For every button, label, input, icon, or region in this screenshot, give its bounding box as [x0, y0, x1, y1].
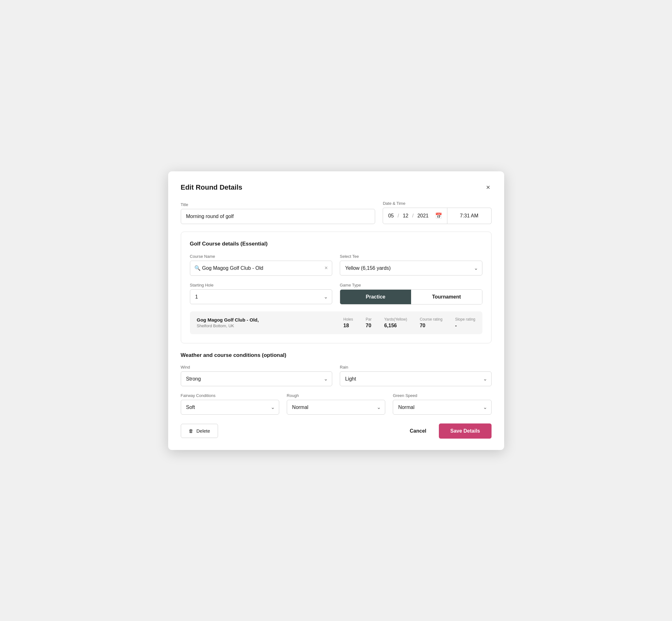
time-input[interactable]: 7:31 AM [447, 208, 492, 224]
yards-label: Yards(Yellow) [384, 317, 407, 322]
golf-course-title: Golf Course details (Essential) [190, 241, 482, 247]
fairway-label: Fairway Conditions [181, 393, 279, 398]
weather-section: Weather and course conditions (optional)… [181, 352, 492, 415]
course-name-label: Course Name [190, 254, 333, 259]
course-info-name: Gog Magog Golf Club - Old, Shelford Bott… [197, 317, 344, 328]
hole-gametype-row: Starting Hole 1234 5678 910 ⌄ Game Type … [190, 283, 482, 304]
course-stats: Holes 18 Par 70 Yards(Yellow) 6,156 Cour… [343, 317, 475, 329]
green-speed-field-group: Green Speed SlowNormalFastVery Fast ⌄ [393, 393, 491, 415]
starting-hole-wrapper: 1234 5678 910 ⌄ [190, 289, 333, 304]
wind-field-group: Wind CalmLightModerate StrongVery Strong… [181, 365, 333, 386]
date-input[interactable]: 05 / 12 / 2021 📅 [383, 208, 447, 224]
stat-yards: Yards(Yellow) 6,156 [384, 317, 407, 329]
rain-label: Rain [340, 365, 492, 370]
cancel-button[interactable]: Cancel [404, 424, 432, 438]
top-fields-row: Title Date & Time 05 / 12 / 2021 📅 7:31 … [181, 201, 492, 224]
modal-title: Edit Round Details [181, 183, 243, 192]
sep2: / [412, 213, 413, 219]
green-speed-label: Green Speed [393, 393, 491, 398]
holes-label: Holes [343, 317, 353, 322]
delete-button[interactable]: 🗑 Delete [181, 424, 218, 438]
modal-header: Edit Round Details × [181, 183, 492, 192]
select-tee-wrapper: Yellow (6,156 yards) White Red Blue ⌄ [340, 261, 482, 276]
wind-dropdown[interactable]: CalmLightModerate StrongVery Strong [181, 371, 333, 386]
stat-course-rating: Course rating 70 [420, 317, 442, 329]
select-tee-field-group: Select Tee Yellow (6,156 yards) White Re… [340, 254, 482, 276]
wind-label: Wind [181, 365, 333, 370]
course-info-bar: Gog Magog Golf Club - Old, Shelford Bott… [190, 312, 482, 334]
date-year: 2021 [417, 213, 429, 219]
rough-label: Rough [287, 393, 385, 398]
date-month: 05 [388, 213, 394, 219]
calendar-icon: 📅 [435, 212, 442, 219]
time-value: 7:31 AM [460, 213, 478, 219]
fairway-dropdown[interactable]: DryNormalSoftWet [181, 400, 279, 415]
footer-row: 🗑 Delete Cancel Save Details [181, 423, 492, 439]
stat-par: Par 70 [366, 317, 372, 329]
clear-icon[interactable]: × [324, 265, 328, 272]
game-type-field-group: Game Type Practice Tournament [340, 283, 482, 304]
course-rating-value: 70 [420, 323, 425, 329]
par-label: Par [366, 317, 372, 322]
stat-holes: Holes 18 [343, 317, 353, 329]
footer-right: Cancel Save Details [404, 423, 492, 439]
date-time-inputs: 05 / 12 / 2021 📅 7:31 AM [383, 208, 491, 224]
edit-round-modal: Edit Round Details × Title Date & Time 0… [168, 171, 504, 450]
title-label: Title [181, 202, 375, 207]
select-tee-dropdown[interactable]: Yellow (6,156 yards) White Red Blue [340, 261, 482, 276]
rough-field-group: Rough ShortNormalLongVery Long ⌄ [287, 393, 385, 415]
close-button[interactable]: × [485, 183, 492, 192]
practice-button[interactable]: Practice [340, 290, 411, 304]
golf-course-section: Golf Course details (Essential) Course N… [181, 232, 492, 343]
fairway-wrapper: DryNormalSoftWet ⌄ [181, 400, 279, 415]
rough-wrapper: ShortNormalLongVery Long ⌄ [287, 400, 385, 415]
green-speed-dropdown[interactable]: SlowNormalFastVery Fast [393, 400, 491, 415]
title-field-group: Title [181, 202, 375, 224]
starting-hole-field-group: Starting Hole 1234 5678 910 ⌄ [190, 283, 333, 304]
fairway-field-group: Fairway Conditions DryNormalSoftWet ⌄ [181, 393, 279, 415]
save-button[interactable]: Save Details [439, 423, 491, 439]
weather-title: Weather and course conditions (optional) [181, 352, 492, 359]
course-name-field-group: Course Name 🔍 × [190, 254, 333, 276]
course-name-input[interactable] [190, 261, 333, 276]
tournament-button[interactable]: Tournament [411, 290, 482, 304]
yards-value: 6,156 [384, 323, 397, 329]
rain-field-group: Rain NoneLightModerateHeavy ⌄ [340, 365, 492, 386]
select-tee-label: Select Tee [340, 254, 482, 259]
course-name-display: Gog Magog Golf Club - Old, [197, 317, 344, 323]
course-tee-row: Course Name 🔍 × Select Tee Yellow (6,156… [190, 254, 482, 276]
holes-value: 18 [343, 323, 349, 329]
wind-rain-row: Wind CalmLightModerate StrongVery Strong… [181, 365, 492, 386]
wind-wrapper: CalmLightModerate StrongVery Strong ⌄ [181, 371, 333, 386]
starting-hole-label: Starting Hole [190, 283, 333, 287]
par-value: 70 [366, 323, 371, 329]
trash-icon: 🗑 [189, 428, 194, 433]
rough-dropdown[interactable]: ShortNormalLongVery Long [287, 400, 385, 415]
starting-hole-dropdown[interactable]: 1234 5678 910 [190, 289, 333, 304]
course-location: Shelford Bottom, UK [197, 323, 344, 328]
datetime-label: Date & Time [383, 201, 491, 206]
rain-wrapper: NoneLightModerateHeavy ⌄ [340, 371, 492, 386]
slope-rating-label: Slope rating [455, 317, 475, 322]
fairway-rough-green-row: Fairway Conditions DryNormalSoftWet ⌄ Ro… [181, 393, 492, 415]
search-icon: 🔍 [194, 265, 201, 271]
rain-dropdown[interactable]: NoneLightModerateHeavy [340, 371, 492, 386]
slope-rating-value: - [455, 323, 457, 329]
title-input[interactable] [181, 209, 375, 224]
game-type-toggle: Practice Tournament [340, 289, 482, 304]
game-type-label: Game Type [340, 283, 482, 287]
green-speed-wrapper: SlowNormalFastVery Fast ⌄ [393, 400, 491, 415]
course-name-input-wrap: 🔍 × [190, 261, 333, 276]
date-day: 12 [403, 213, 409, 219]
delete-label: Delete [197, 428, 210, 433]
course-rating-label: Course rating [420, 317, 442, 322]
datetime-field-group: Date & Time 05 / 12 / 2021 📅 7:31 AM [383, 201, 491, 224]
stat-slope-rating: Slope rating - [455, 317, 475, 329]
sep1: / [397, 213, 399, 219]
